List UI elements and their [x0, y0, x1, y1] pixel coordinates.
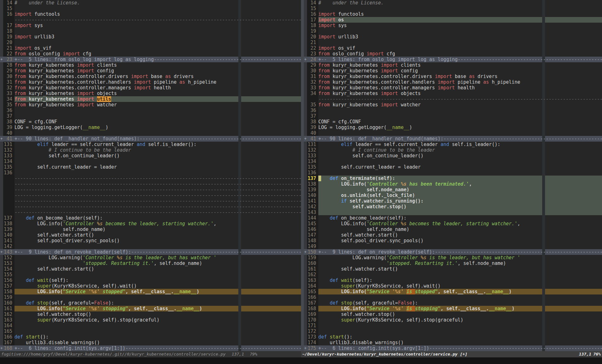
code-line[interactable]: 29from kuryr_kubernetes import clients	[304, 62, 602, 68]
code-line[interactable]: 136	[0, 170, 301, 176]
code-line[interactable]: 17import os	[304, 17, 602, 23]
code-line[interactable]: 172	[304, 328, 602, 334]
code-line[interactable]: 163 super(KuryrK8sService, self).stop(gr…	[0, 317, 301, 323]
code-line[interactable]: 132 # I continue to be the leader	[304, 147, 602, 153]
code-line[interactable]: 156 def wait(self):	[0, 277, 301, 283]
fold-plus-icon[interactable]: +	[304, 249, 307, 255]
code-line[interactable]: 134	[304, 159, 602, 164]
code-line[interactable]: 173def start():	[304, 334, 602, 340]
code-line[interactable]: 171	[304, 323, 602, 328]
fold-plus-icon[interactable]: +	[304, 136, 307, 142]
fold-plus-icon[interactable]: +	[0, 249, 3, 255]
code-line[interactable]: 153 'stopped. Restarting it.', self.node…	[0, 260, 301, 266]
fold-line[interactable]: +175+-- 6 lines: config.init(sys.argv[1:…	[304, 345, 602, 351]
fold-line[interactable]: +150+-- 9 lines: def on_revoke_leader(se…	[304, 249, 602, 255]
code-area-left[interactable]: 14# under the License.1516import functoo…	[0, 0, 301, 351]
code-line[interactable]: 141 self.pool_driver.sync_pools()	[0, 238, 301, 244]
code-line[interactable]: 168 LOG.info("Service '%s' is stopping",…	[304, 306, 602, 311]
code-line[interactable]: 169 self.watcher.stop()	[304, 311, 602, 317]
code-line[interactable]: 167 def stop(self, graceful=False):	[304, 300, 602, 306]
code-line[interactable]: 163 def wait(self):	[304, 277, 602, 283]
fold-line[interactable]: +23+-- 5 lines: from oslo_log import log…	[0, 57, 301, 62]
code-line[interactable]: 162	[304, 272, 602, 277]
window-separator[interactable]	[301, 0, 304, 351]
code-line[interactable]: 159 LOG.warning('Controller %s is the le…	[304, 255, 602, 260]
code-line[interactable]: 155	[0, 272, 301, 277]
code-line[interactable]: 167 urllib3.disable_warnings()	[0, 340, 301, 345]
code-line[interactable]: 159	[0, 294, 301, 300]
code-line[interactable]: 142	[0, 244, 301, 249]
code-line[interactable]: 164 super(KuryrK8sService, self).wait()	[304, 283, 602, 289]
code-line[interactable]: 14# under the License.	[0, 0, 301, 6]
code-line[interactable]: 39LOG = logging.getLogger(__name__)	[304, 125, 602, 130]
code-line[interactable]: 134	[0, 159, 301, 164]
fold-line[interactable]: +24+-- 5 lines: from oslo_log import log…	[304, 57, 602, 62]
code-line[interactable]: 136	[304, 170, 602, 176]
code-line[interactable]: 147 self.watcher.start()	[304, 232, 602, 238]
code-line[interactable]: 30from kuryr_kubernetes.controller.drive…	[0, 74, 301, 79]
code-line[interactable]: 23from oslo_config import cfg	[304, 51, 602, 57]
code-line[interactable]: 40	[0, 130, 301, 136]
code-line[interactable]: 22import os_vif	[304, 45, 602, 51]
code-line[interactable]: 137 def on_become_leader(self):	[0, 215, 301, 221]
code-line[interactable]: 33from kuryr_kubernetes.controller.manag…	[304, 85, 602, 91]
code-line[interactable]: 22from oslo_config import cfg	[0, 51, 301, 57]
code-line[interactable]: 142 self.watcher.stop()	[304, 204, 602, 210]
code-line[interactable]: 137 def on_terminate(self):	[304, 176, 602, 181]
code-line[interactable]: 132 # I continue to be the leader	[0, 147, 301, 153]
code-line[interactable]: 161 LOG.info("Service '%s' stopping", se…	[0, 306, 301, 311]
code-line[interactable]: 20	[0, 40, 301, 45]
code-line[interactable]: 21import os_vif	[0, 45, 301, 51]
code-line[interactable]: 18import sys	[304, 23, 602, 28]
fold-line[interactable]: +168+-- 6 lines: config.init(sys.argv[1:…	[0, 345, 301, 351]
code-line[interactable]: 28from kuryr_kubernetes import clients	[0, 62, 301, 68]
code-line[interactable]: 164	[0, 323, 301, 328]
code-line[interactable]: 16import functools	[0, 11, 301, 17]
fold-line[interactable]: +143+-- 9 lines: def on_revoke_leader(se…	[0, 249, 301, 255]
fold-plus-icon[interactable]: +	[304, 57, 307, 62]
fold-line[interactable]: +41+-- 90 lines: def _handler_not_found(…	[0, 136, 301, 142]
code-line[interactable]: 165 LOG.info("Service '%s' is stopped", …	[304, 289, 602, 294]
code-line[interactable]: 133 self.on_continue_leader()	[0, 153, 301, 159]
code-line[interactable]: 162 self.watcher.stop()	[0, 311, 301, 317]
fold-plus-icon[interactable]: +	[0, 57, 3, 62]
code-line[interactable]: 174 urllib3.disable_warnings()	[304, 340, 602, 345]
code-line[interactable]: 20import urllib3	[304, 34, 602, 40]
fold-plus-icon[interactable]: +	[0, 345, 3, 351]
code-line[interactable]: 15	[304, 6, 602, 11]
code-line[interactable]: 133 self.on_continue_leader()	[304, 153, 602, 159]
code-line[interactable]: 140 os.unlink(self._lock_file)	[304, 193, 602, 198]
fold-line[interactable]: +41+-- 90 lines: def _handler_not_found(…	[304, 136, 602, 142]
code-line[interactable]: 14# under the License.	[304, 0, 602, 6]
code-line[interactable]: 31from kuryr_kubernetes.controller.handl…	[0, 79, 301, 85]
code-line[interactable]: 154 self.watcher.start()	[0, 266, 301, 272]
code-line[interactable]: 144 def on_become_leader(self):	[304, 215, 602, 221]
code-line[interactable]: 37	[0, 113, 301, 119]
code-line[interactable]: 131 elif leader == self.current_leader a…	[304, 142, 602, 147]
code-line[interactable]: 15	[0, 6, 301, 11]
code-line[interactable]: 166def start():	[0, 334, 301, 340]
code-line[interactable]: 135 self.current_leader = leader	[0, 164, 301, 170]
code-line[interactable]: 158 LOG.info("Service '%s' stopped", sel…	[0, 289, 301, 294]
code-line[interactable]: 138 LOG.info('Controller %s becomes the …	[0, 221, 301, 227]
code-line[interactable]: 166	[304, 294, 602, 300]
code-line[interactable]: 34from kuryr_kubernetes import utils	[0, 96, 301, 102]
code-line[interactable]: 146 self.node_name)	[304, 227, 602, 232]
code-line[interactable]: 35from kuryr_kubernetes import watcher	[304, 102, 602, 108]
fold-plus-icon[interactable]: +	[0, 136, 3, 142]
code-line[interactable]: 31from kuryr_kubernetes.controller.drive…	[304, 74, 602, 79]
code-line[interactable]: 21	[304, 40, 602, 45]
code-line[interactable]: 161 self.watcher.start()	[304, 266, 602, 272]
code-line[interactable]: 157 super(KuryrK8sService, self).wait()	[0, 283, 301, 289]
code-line[interactable]: 138 LOG.info('Controller %s has been ter…	[304, 181, 602, 187]
code-line[interactable]: 34from kuryr_kubernetes import objects	[304, 91, 602, 96]
code-line[interactable]: 35from kuryr_kubernetes import watcher	[0, 102, 301, 108]
code-line[interactable]: 32from kuryr_kubernetes.controller.handl…	[304, 79, 602, 85]
code-line[interactable]: 38CONF = cfg.CONF	[0, 119, 301, 125]
code-line[interactable]: 36	[0, 108, 301, 113]
code-line[interactable]: 141 if self.watcher.is_running():	[304, 198, 602, 204]
code-line[interactable]: 170 super(KuryrK8sService, self).stop(gr…	[304, 317, 602, 323]
code-line[interactable]: 17import sys	[0, 23, 301, 28]
code-line[interactable]: 148 self.pool_driver.sync_pools()	[304, 238, 602, 244]
code-line[interactable]: 160 def stop(self, graceful=False):	[0, 300, 301, 306]
